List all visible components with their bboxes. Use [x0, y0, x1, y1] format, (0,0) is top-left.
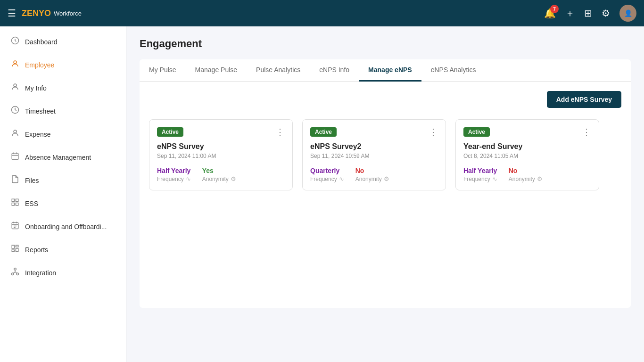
logo: ZENYO Workforce — [22, 8, 82, 18]
svg-point-17 — [17, 273, 19, 275]
sidebar: Dashboard Employee My Info Timesheet Exp… — [0, 26, 126, 362]
frequency-label-2: Frequency ∿ — [310, 175, 344, 182]
svg-point-1 — [14, 61, 17, 64]
myinfo-icon — [11, 82, 19, 93]
status-badge-2: Active — [310, 127, 337, 137]
logo-subtext: Workforce — [54, 10, 82, 17]
sidebar-item-dashboard[interactable]: Dashboard — [0, 30, 126, 53]
absence-icon — [11, 152, 19, 163]
timesheet-icon — [11, 106, 19, 116]
frequency-label-3: Frequency ∿ — [463, 175, 497, 182]
frequency-value-3: Half Yearly — [463, 167, 497, 174]
sidebar-label-reports: Reports — [25, 246, 48, 254]
svg-rect-8 — [16, 203, 18, 206]
tab-enpsinfo[interactable]: eNPS Info — [310, 59, 359, 82]
svg-rect-5 — [12, 153, 18, 160]
tab-enpsanalytics[interactable]: eNPS Analytics — [421, 59, 486, 82]
user-avatar[interactable]: 👤 — [619, 5, 636, 22]
survey-card-2: Active ⋮ eNPS Survey2 Sep 11, 2024 10:59… — [302, 119, 446, 190]
survey-meta-1: Half Yearly Frequency ∿ Yes Anonymity ⚙ — [157, 167, 285, 182]
survey-meta-3: Half Yearly Frequency ∿ No Anonymity ⚙ — [463, 167, 591, 182]
files-icon — [11, 175, 19, 186]
surveys-grid: Active ⋮ eNPS Survey Sep 11, 2024 11:00 … — [149, 119, 621, 190]
sidebar-item-onboarding[interactable]: Onboarding and Offboardi... — [0, 215, 126, 238]
frequency-label-1: Frequency ∿ — [157, 175, 191, 182]
settings-icon[interactable]: ⚙ — [602, 8, 610, 19]
anonymity-label-2: Anonymity ⚙ — [355, 175, 389, 182]
svg-rect-9 — [12, 203, 14, 206]
sidebar-label-ess: ESS — [25, 200, 38, 207]
svg-point-16 — [12, 273, 14, 275]
status-badge-1: Active — [157, 127, 183, 137]
frequency-2: Quarterly Frequency ∿ — [310, 167, 344, 182]
anonymity-value-2: No — [355, 167, 389, 174]
sidebar-item-absence[interactable]: Absence Management — [0, 146, 126, 169]
tab-manageenps[interactable]: Manage eNPS — [359, 59, 421, 82]
survey-meta-2: Quarterly Frequency ∿ No Anonymity ⚙ — [310, 167, 438, 182]
sidebar-label-dashboard: Dashboard — [25, 38, 58, 46]
anonymity-icon-1: ⚙ — [231, 175, 236, 182]
svg-rect-11 — [12, 245, 14, 248]
survey-title-3: Year-end Survey — [463, 142, 591, 151]
main-content: Engagement My Pulse Manage Pulse Pulse A… — [126, 26, 644, 362]
sidebar-label-absence: Absence Management — [25, 154, 91, 161]
sidebar-item-reports[interactable]: Reports — [0, 238, 126, 261]
svg-point-4 — [14, 130, 17, 133]
survey-title-1: eNPS Survey — [157, 142, 285, 151]
sidebar-item-files[interactable]: Files — [0, 169, 126, 192]
notification-button[interactable]: 🔔 7 — [544, 8, 556, 19]
svg-rect-7 — [16, 199, 18, 201]
svg-rect-14 — [12, 250, 14, 252]
tab-managepulse[interactable]: Manage Pulse — [186, 59, 247, 82]
anonymity-value-1: Yes — [202, 167, 236, 174]
sidebar-item-integration[interactable]: Integration — [0, 261, 126, 284]
tab-mypulse[interactable]: My Pulse — [140, 59, 186, 82]
onboarding-icon — [11, 221, 19, 232]
frequency-icon-2: ∿ — [339, 175, 344, 182]
anonymity-label-3: Anonymity ⚙ — [509, 175, 543, 182]
svg-point-2 — [14, 84, 17, 87]
ess-icon — [11, 198, 19, 209]
notification-badge: 7 — [550, 5, 559, 13]
dashboard-icon — [11, 36, 19, 47]
content-toolbar: Add eNPS Survey — [149, 91, 621, 108]
reports-icon — [11, 244, 19, 255]
tab-pulseanalytics[interactable]: Pulse Analytics — [247, 59, 310, 82]
sidebar-item-employee[interactable]: Employee — [0, 53, 126, 76]
sidebar-item-expense[interactable]: Expense — [0, 123, 126, 146]
survey-card-1: Active ⋮ eNPS Survey Sep 11, 2024 11:00 … — [149, 119, 293, 190]
survey-date-3: Oct 8, 2024 11:05 AM — [463, 153, 591, 159]
anonymity-label-1: Anonymity ⚙ — [202, 175, 236, 182]
frequency-value-1: Half Yearly — [157, 167, 191, 174]
card-menu-2[interactable]: ⋮ — [429, 127, 438, 137]
integration-icon — [11, 267, 19, 278]
survey-date-2: Sep 11, 2024 10:59 AM — [310, 153, 438, 159]
survey-card-3: Active ⋮ Year-end Survey Oct 8, 2024 11:… — [455, 119, 599, 190]
sidebar-item-ess[interactable]: ESS — [0, 192, 126, 215]
sidebar-label-files: Files — [25, 177, 39, 184]
anonymity-2: No Anonymity ⚙ — [355, 167, 389, 182]
add-icon[interactable]: ＋ — [565, 7, 575, 20]
frequency-icon-1: ∿ — [186, 175, 191, 182]
card-menu-1[interactable]: ⋮ — [275, 127, 285, 137]
expense-icon — [11, 129, 19, 140]
survey-title-2: eNPS Survey2 — [310, 142, 438, 151]
svg-rect-6 — [12, 199, 14, 201]
grid-icon[interactable]: ⊞ — [584, 8, 592, 19]
hamburger-icon[interactable]: ☰ — [8, 8, 16, 19]
add-enps-survey-button[interactable]: Add eNPS Survey — [547, 91, 621, 108]
sidebar-item-timesheet[interactable]: Timesheet — [0, 99, 126, 123]
sidebar-label-integration: Integration — [25, 269, 56, 277]
employee-icon — [11, 59, 19, 70]
card-menu-3[interactable]: ⋮ — [582, 127, 591, 137]
sidebar-label-timesheet: Timesheet — [25, 107, 56, 115]
sidebar-label-employee: Employee — [25, 61, 54, 69]
page-title: Engagement — [140, 38, 631, 50]
anonymity-icon-2: ⚙ — [384, 175, 389, 182]
status-badge-3: Active — [463, 127, 490, 137]
sidebar-item-myinfo[interactable]: My Info — [0, 76, 126, 99]
frequency-3: Half Yearly Frequency ∿ — [463, 167, 497, 182]
tabs-container: My Pulse Manage Pulse Pulse Analytics eN… — [140, 59, 631, 82]
svg-point-15 — [14, 268, 17, 271]
frequency-icon-3: ∿ — [492, 175, 497, 182]
